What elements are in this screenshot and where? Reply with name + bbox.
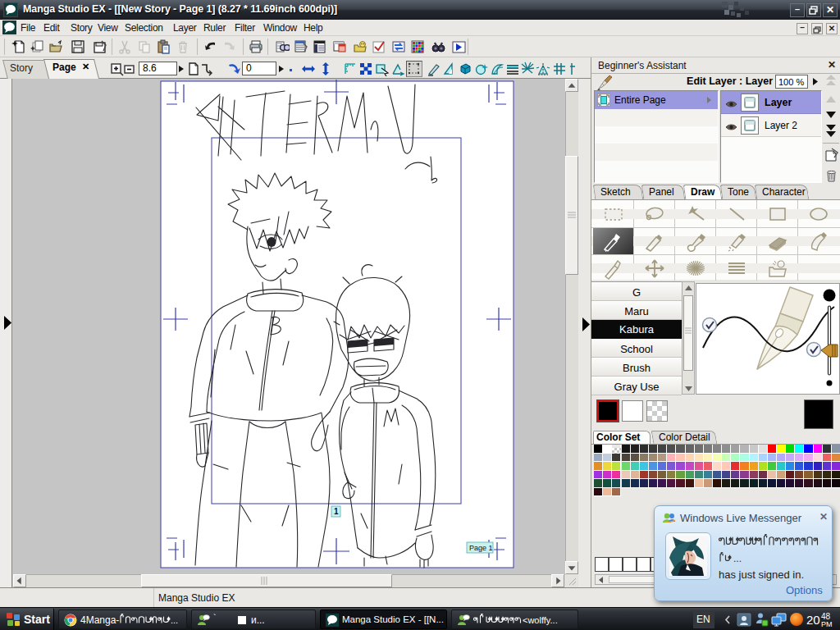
svg-text:...: ... (171, 615, 178, 625)
svg-text:Page 1: Page 1 (469, 544, 493, 552)
svg-text:1: 1 (334, 507, 339, 516)
svg-text:<wolffy...: <wolffy... (523, 615, 558, 625)
svg-text:...: ... (733, 553, 742, 564)
